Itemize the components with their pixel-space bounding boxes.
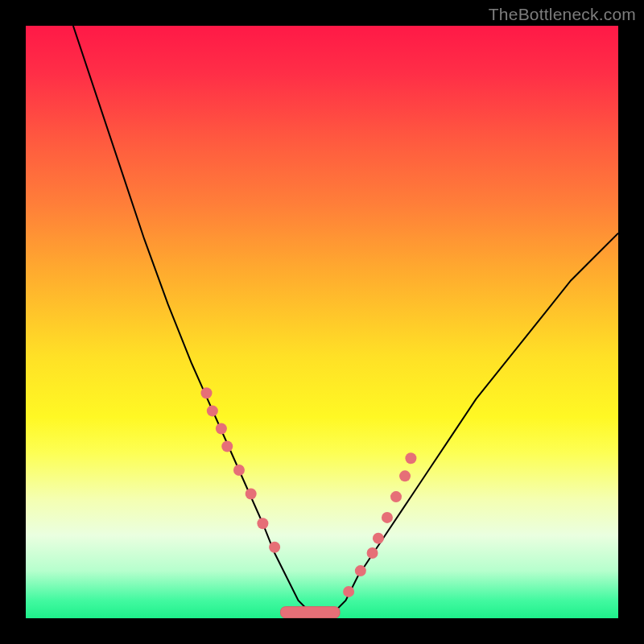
sample-point — [257, 518, 268, 529]
sample-points-group — [200, 387, 416, 597]
sample-point — [200, 387, 212, 398]
sample-point — [390, 491, 402, 502]
sample-point — [233, 464, 245, 476]
watermark-text: TheBottleneck.com — [489, 5, 636, 24]
bottleneck-curve — [73, 26, 618, 613]
sample-point — [373, 533, 384, 544]
sample-point — [246, 488, 257, 499]
chart-frame: TheBottleneck.com — [0, 0, 644, 644]
sample-point — [367, 547, 378, 559]
sample-point — [382, 512, 393, 523]
plot-area — [26, 26, 618, 618]
sample-point — [355, 565, 366, 576]
sample-point — [216, 423, 227, 434]
sample-point — [269, 542, 280, 553]
sample-point — [207, 405, 218, 416]
chart-svg — [26, 26, 618, 618]
valley-bar — [280, 607, 340, 618]
sample-point — [343, 586, 354, 597]
sample-point — [221, 441, 233, 452]
sample-point — [399, 470, 411, 481]
sample-point — [405, 452, 416, 464]
